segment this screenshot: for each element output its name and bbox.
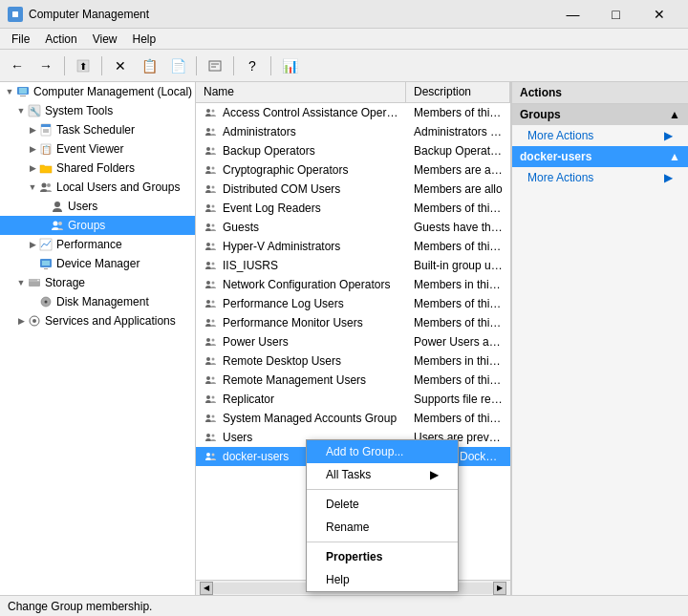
- svg-point-43: [212, 186, 215, 189]
- tree-device-manager[interactable]: Device Manager: [0, 254, 195, 273]
- group-list-icon: [204, 201, 219, 216]
- tree-event-viewer[interactable]: ▶ 📋 Event Viewer: [0, 139, 195, 159]
- docker-more-actions[interactable]: More Actions ▶: [512, 167, 688, 188]
- svg-point-47: [212, 224, 215, 227]
- groups-more-actions[interactable]: More Actions ▶: [512, 125, 688, 146]
- menu-file[interactable]: File: [4, 31, 37, 48]
- toolbar-sep-4: [233, 56, 234, 75]
- svg-point-45: [212, 205, 215, 208]
- tree-disk-management[interactable]: Disk Management: [0, 292, 195, 311]
- scroll-right-button[interactable]: ▶: [493, 582, 506, 595]
- list-cell-name: Remote Desktop Users: [196, 353, 406, 369]
- list-cell-name-text: Remote Desktop Users: [223, 354, 341, 368]
- list-cell-name-text: Event Log Readers: [223, 202, 321, 215]
- performance-label: Performance: [56, 238, 122, 251]
- menu-help[interactable]: Help: [125, 31, 164, 48]
- svg-point-21: [54, 222, 58, 226]
- list-cell-name-text: Distributed COM Users: [223, 182, 340, 196]
- list-row[interactable]: IIS_IUSRSBuilt-in group use: [196, 256, 510, 275]
- context-menu-item[interactable]: Rename: [307, 516, 458, 539]
- list-cell-desc: Members of this g: [406, 297, 510, 310]
- back-button[interactable]: ←: [4, 53, 31, 79]
- event-icon: 📋: [38, 141, 54, 157]
- svg-point-33: [32, 319, 36, 323]
- svg-point-60: [206, 357, 210, 361]
- context-menu-item[interactable]: Help: [307, 568, 458, 591]
- services-icon: [27, 313, 42, 329]
- svg-rect-4: [209, 61, 221, 71]
- col-header-name[interactable]: Name: [196, 82, 406, 102]
- menu-action[interactable]: Action: [37, 31, 84, 48]
- context-menu-item[interactable]: Properties: [307, 545, 458, 568]
- copy-button[interactable]: 📋: [136, 53, 162, 79]
- tree-local-users[interactable]: ▼ Local Users and Groups: [0, 178, 195, 197]
- docker-section-title[interactable]: docker-users ▲: [512, 146, 688, 167]
- list-row[interactable]: GuestsGuests have the sa: [196, 218, 510, 237]
- maximize-button[interactable]: □: [594, 0, 637, 29]
- context-menu-item[interactable]: Delete: [307, 493, 458, 516]
- list-row[interactable]: AdministratorsAdministrators ha: [196, 122, 510, 141]
- list-row[interactable]: Event Log ReadersMembers of this g: [196, 199, 510, 218]
- tree-performance[interactable]: ▶ Performance: [0, 235, 195, 254]
- svg-rect-26: [44, 268, 48, 269]
- svg-point-52: [206, 281, 210, 285]
- context-menu-item[interactable]: Add to Group...: [307, 440, 458, 463]
- delete-button[interactable]: ✕: [107, 53, 134, 79]
- svg-point-29: [37, 280, 39, 282]
- list-row[interactable]: Distributed COM UsersMembers are allo: [196, 180, 510, 199]
- svg-point-40: [206, 166, 210, 170]
- list-row[interactable]: System Managed Accounts GroupMembers of …: [196, 409, 510, 428]
- list-row[interactable]: Hyper-V AdministratorsMembers of this g: [196, 237, 510, 256]
- tree-toggle-event: ▶: [27, 143, 38, 155]
- tree-root[interactable]: ▼ Computer Management (Local): [0, 82, 195, 101]
- close-button[interactable]: ✕: [637, 0, 680, 29]
- list-cell-desc: Members in this g: [406, 278, 510, 291]
- tree-services[interactable]: ▶ Services and Applications: [0, 311, 195, 330]
- list-cell-desc: Members of this g: [406, 240, 510, 253]
- list-row[interactable]: Cryptographic OperatorsMembers are auth: [196, 160, 510, 180]
- tree-task-scheduler[interactable]: ▶ Task Scheduler: [0, 120, 195, 139]
- list-row[interactable]: Performance Log UsersMembers of this g: [196, 294, 510, 313]
- paste-button[interactable]: 📄: [164, 53, 191, 79]
- scroll-left-button[interactable]: ◀: [200, 582, 213, 595]
- group-list-icon: [204, 124, 219, 139]
- toolbar-sep-1: [64, 56, 65, 75]
- list-cell-name: Hyper-V Administrators: [196, 239, 406, 254]
- properties-button[interactable]: [202, 53, 228, 79]
- list-row[interactable]: Performance Monitor UsersMembers of this…: [196, 313, 510, 332]
- list-row[interactable]: Power UsersPower Users are in: [196, 332, 510, 351]
- context-menu-item[interactable]: All Tasks▶: [307, 463, 458, 486]
- minimize-button[interactable]: —: [551, 0, 594, 29]
- list-row[interactable]: Access Control Assistance OperatorsMembe…: [196, 103, 510, 122]
- app-icon: [8, 7, 23, 22]
- list-row[interactable]: Network Configuration OperatorsMembers i…: [196, 275, 510, 294]
- user-icon: [50, 199, 65, 214]
- status-bar: Change Group membership.: [0, 595, 688, 616]
- list-cell-desc: Members of this g: [406, 316, 510, 329]
- list-cell-name: Network Configuration Operators: [196, 277, 406, 292]
- groups-section-title[interactable]: Groups ▲: [512, 104, 688, 125]
- group-list-icon: [204, 449, 219, 464]
- tree-shared-folders[interactable]: ▶ Shared Folders: [0, 159, 195, 178]
- storage-label: Storage: [45, 276, 85, 289]
- list-cell-name: Access Control Assistance Operators: [196, 105, 406, 120]
- list-row[interactable]: Remote Management UsersMembers of this g: [196, 371, 510, 390]
- list-cell-name: Event Log Readers: [196, 201, 406, 216]
- list-row[interactable]: ReplicatorSupports file replic: [196, 390, 510, 409]
- forward-button[interactable]: →: [32, 53, 59, 79]
- list-cell-desc: Power Users are in: [406, 335, 510, 349]
- chart-button[interactable]: 📊: [276, 53, 303, 79]
- tree-users[interactable]: Users: [0, 197, 195, 216]
- services-label: Services and Applications: [45, 314, 176, 328]
- col-header-desc[interactable]: Description: [406, 82, 510, 102]
- help-button[interactable]: ?: [239, 53, 266, 79]
- tree-storage[interactable]: ▼ Storage: [0, 273, 195, 292]
- tree-groups[interactable]: Groups: [0, 216, 195, 235]
- list-row[interactable]: Backup OperatorsBackup Operators: [196, 141, 510, 160]
- tree-system-tools[interactable]: ▼ 🔧 System Tools: [0, 101, 195, 120]
- menu-view[interactable]: View: [85, 31, 125, 48]
- svg-point-63: [212, 377, 215, 380]
- svg-point-71: [212, 454, 215, 457]
- list-row[interactable]: Remote Desktop UsersMembers in this g: [196, 351, 510, 371]
- up-button[interactable]: ⬆: [70, 53, 97, 79]
